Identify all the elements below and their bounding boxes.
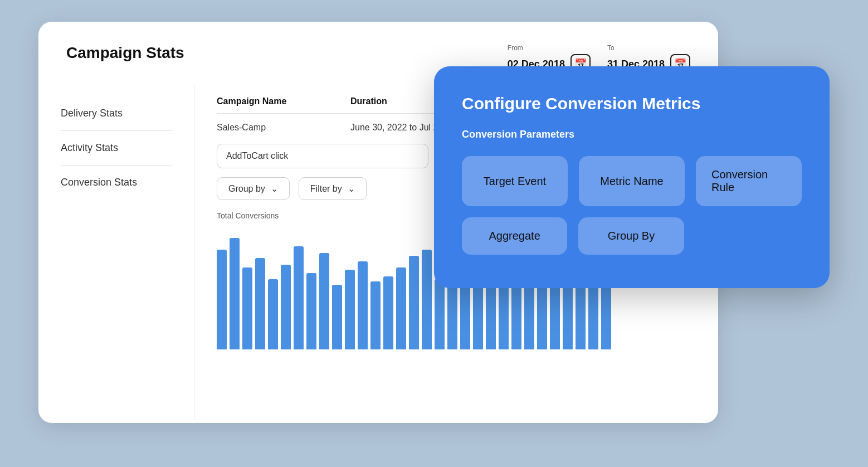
chart-bar <box>319 253 329 349</box>
param-metric-name[interactable]: Metric Name <box>579 156 685 206</box>
from-label: From <box>508 44 523 52</box>
chart-bar <box>345 270 355 349</box>
chart-bar <box>306 273 316 349</box>
chart-bar <box>370 281 381 349</box>
sidebar-item-activity-stats[interactable]: Activity Stats <box>61 131 172 166</box>
chart-bar <box>383 276 393 349</box>
chart-bar <box>396 267 406 349</box>
overlay-subtitle: Conversion Parameters <box>462 129 802 140</box>
sidebar: Delivery Stats Activity Stats Conversion… <box>38 85 194 420</box>
overlay-card: Configure Conversion Metrics Conversion … <box>434 66 830 288</box>
sidebar-item-delivery-stats[interactable]: Delivery Stats <box>61 96 172 131</box>
col-campaign-name: Campaign Name <box>217 96 328 106</box>
param-conversion-rule[interactable]: Conversion Rule <box>696 156 802 206</box>
params-row1: Target Event Metric Name Conversion Rule <box>462 156 802 206</box>
search-input[interactable] <box>217 144 428 168</box>
params-row2: Aggregate Group By <box>462 217 802 255</box>
chart-bar <box>242 267 252 349</box>
chart-bar <box>230 238 240 349</box>
chart-bar <box>255 258 265 349</box>
chart-bar <box>332 285 342 349</box>
group-by-dropdown[interactable]: Group by ⌄ <box>217 177 290 200</box>
chart-bar <box>409 256 419 349</box>
chart-bar <box>281 265 291 349</box>
param-target-event[interactable]: Target Event <box>462 156 568 206</box>
overlay-title: Configure Conversion Metrics <box>462 94 802 113</box>
chevron-down-icon: ⌄ <box>271 183 278 194</box>
chart-bar <box>294 246 304 349</box>
chart-bar <box>435 279 445 349</box>
chart-bar <box>422 250 432 349</box>
page-title: Campaign Stats <box>66 44 184 62</box>
chart-bar <box>217 250 227 349</box>
sidebar-item-conversion-stats[interactable]: Conversion Stats <box>61 166 172 200</box>
cell-campaign-name: Sales-Camp <box>217 123 328 133</box>
chart-bar <box>358 261 368 349</box>
param-group-by[interactable]: Group By <box>578 217 684 255</box>
chart-bar <box>473 285 483 349</box>
scene: Campaign Stats From 02 Dec,2018 📅 To 31 … <box>38 22 830 445</box>
chevron-down-icon2: ⌄ <box>348 183 355 194</box>
to-label: To <box>607 44 615 52</box>
chart-bar <box>268 279 278 349</box>
filter-by-dropdown[interactable]: Filter by ⌄ <box>299 177 367 200</box>
param-aggregate[interactable]: Aggregate <box>462 217 567 255</box>
